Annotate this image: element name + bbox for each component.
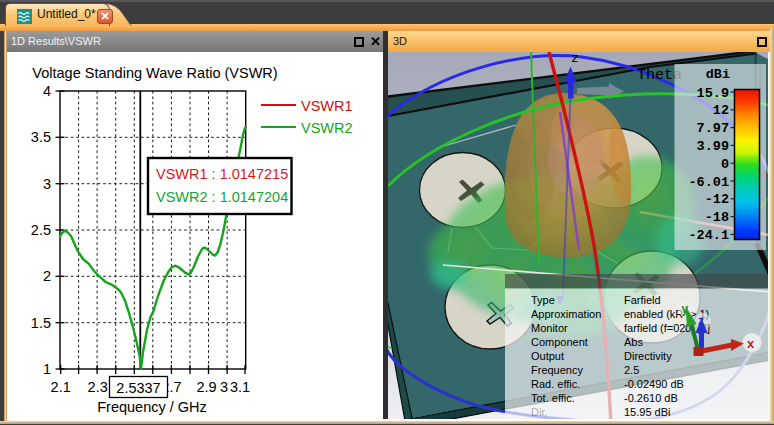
svg-text:x: x bbox=[747, 336, 755, 351]
svg-text:Output: Output bbox=[531, 350, 564, 362]
svg-text:farfield (f=02.: farfield (f=02. bbox=[624, 322, 689, 334]
svg-text:Rad. effic.: Rad. effic. bbox=[531, 378, 580, 390]
svg-text:2.5337: 2.5337 bbox=[116, 380, 160, 396]
svg-text:2.5: 2.5 bbox=[624, 364, 639, 376]
svg-text:Dir.: Dir. bbox=[531, 406, 548, 418]
svg-text:7.97: 7.97 bbox=[697, 121, 729, 136]
svg-text:3.1: 3.1 bbox=[230, 379, 250, 395]
svg-text:2.5: 2.5 bbox=[31, 222, 51, 238]
svg-text:enabled (kR: enabled (kR bbox=[624, 308, 683, 320]
svg-text:Farfield: Farfield bbox=[624, 294, 661, 306]
svg-text:3.5: 3.5 bbox=[31, 129, 51, 145]
svg-text:Frequency: Frequency bbox=[531, 364, 583, 376]
svg-text:Tot. effic.: Tot. effic. bbox=[531, 392, 575, 404]
svg-text:-12: -12 bbox=[705, 192, 729, 207]
svg-text:VSWR2 : 1.0147204: VSWR2 : 1.0147204 bbox=[156, 189, 288, 205]
svg-text:4: 4 bbox=[43, 83, 51, 99]
svg-text:3: 3 bbox=[220, 379, 228, 395]
svg-text:2: 2 bbox=[43, 268, 51, 284]
svg-text:Directivity: Directivity bbox=[624, 350, 672, 362]
svg-text:Approximation: Approximation bbox=[531, 308, 601, 320]
svg-text:z: z bbox=[571, 52, 579, 66]
svg-text:z: z bbox=[698, 314, 704, 328]
svg-text:-0.2610 dB: -0.2610 dB bbox=[624, 392, 678, 404]
svg-text:15.9: 15.9 bbox=[697, 86, 729, 101]
svg-text:Type: Type bbox=[531, 294, 555, 306]
svg-text:-6.01: -6.01 bbox=[688, 175, 729, 190]
svg-text:dBi: dBi bbox=[706, 67, 730, 82]
svg-text:VSWR1: VSWR1 bbox=[301, 98, 353, 114]
svg-text:15.95 dBi: 15.95 dBi bbox=[624, 406, 670, 418]
svg-text:-18: -18 bbox=[705, 210, 729, 225]
svg-text:VSWR2: VSWR2 bbox=[301, 120, 353, 136]
svg-text:3: 3 bbox=[43, 176, 51, 192]
svg-text:Abs: Abs bbox=[624, 336, 643, 348]
svg-text:y: y bbox=[682, 302, 689, 316]
svg-text:2.9: 2.9 bbox=[196, 379, 216, 395]
svg-text:1: 1 bbox=[43, 361, 51, 377]
svg-text:Frequency / GHz: Frequency / GHz bbox=[97, 399, 207, 415]
svg-text:1.5: 1.5 bbox=[31, 315, 51, 331]
svg-text:0: 0 bbox=[721, 157, 729, 172]
svg-text:2.1: 2.1 bbox=[51, 379, 71, 395]
svg-text:Voltage Standing Wave Ratio (V: Voltage Standing Wave Ratio (VSWR) bbox=[32, 65, 277, 81]
svg-text:3.99: 3.99 bbox=[697, 139, 729, 154]
svg-text:2.3: 2.3 bbox=[88, 379, 108, 395]
svg-text:VSWR1 : 1.0147215: VSWR1 : 1.0147215 bbox=[156, 166, 288, 182]
svg-text:Monitor: Monitor bbox=[531, 322, 568, 334]
svg-text:-24.1: -24.1 bbox=[688, 228, 729, 243]
svg-text:12: 12 bbox=[713, 103, 729, 118]
svg-text:-0.02490 dB: -0.02490 dB bbox=[624, 378, 684, 390]
svg-text:Component: Component bbox=[531, 336, 588, 348]
